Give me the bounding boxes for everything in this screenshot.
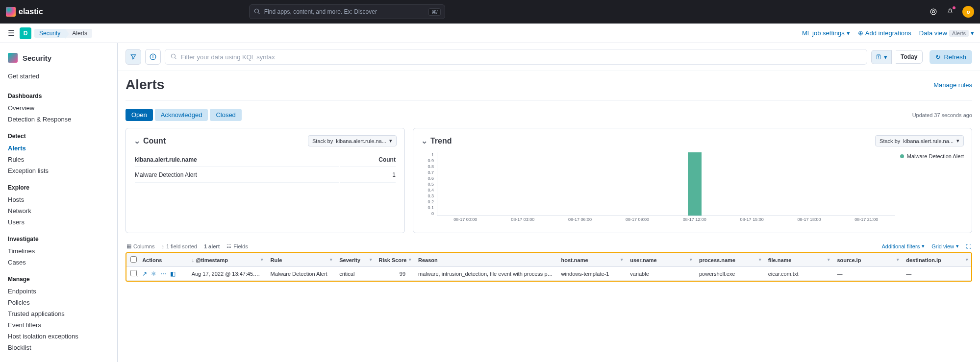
plus-icon: ⊕	[858, 29, 863, 37]
x-tick: 08-17 00:00	[453, 217, 477, 226]
additional-filters-button[interactable]: Additional filters ▾	[882, 243, 925, 249]
col-reason[interactable]: Reason	[414, 253, 557, 267]
col-file-name[interactable]: file.name▾	[764, 253, 833, 267]
sidebar-item-rules[interactable]: Rules	[0, 154, 117, 165]
col-rule[interactable]: Rule▾	[266, 253, 335, 267]
col-rule-name[interactable]: kibana.alert.rule.name	[135, 153, 339, 167]
col-host-name[interactable]: host.name▾	[557, 253, 627, 267]
chevron-down-icon: ▾	[956, 243, 959, 249]
sidebar-item-network[interactable]: Network	[0, 205, 117, 217]
col-user-name[interactable]: user.name▾	[626, 253, 695, 267]
col-destination-ip[interactable]: destination.ip▾	[902, 253, 971, 267]
brand-logo[interactable]: elastic	[6, 7, 43, 17]
global-search-input[interactable]: Find apps, content, and more. Ex: Discov…	[249, 4, 445, 19]
sidebar-item-host-isolation-exceptions[interactable]: Host isolation exceptions	[0, 331, 117, 342]
x-tick: 08-17 03:00	[511, 217, 534, 226]
alerts-grid: Actions ↓ @timestamp▾ Rule▾ Severity▾ Ri…	[126, 252, 972, 282]
filter-bar: Filter your data using KQL syntax 🗓 ▾ To…	[118, 43, 980, 71]
tab-acknowledged[interactable]: Acknowledged	[155, 109, 208, 121]
row-checkbox[interactable]	[126, 267, 138, 281]
table-row[interactable]: ↗ ⚛ ⋯ ◧ Aug 17, 2022 @ 13:47:45.442 Malw…	[126, 267, 971, 281]
tab-open[interactable]: Open	[126, 109, 153, 121]
sidebar-item-users[interactable]: Users	[0, 217, 117, 228]
sidebar-item-cases[interactable]: Cases	[0, 257, 117, 268]
expand-icon[interactable]: ↗	[142, 270, 147, 277]
col-source-ip[interactable]: source.ip▾	[833, 253, 902, 267]
fields-button[interactable]: ☷ Fields	[226, 243, 248, 249]
y-tick: 0.9	[421, 158, 434, 163]
sidebar-item-get-started[interactable]: Get started	[0, 71, 117, 82]
newsfeed-icon[interactable]	[946, 7, 955, 16]
more-actions-icon[interactable]: ⋯	[160, 270, 166, 277]
add-integrations-link[interactable]: ⊕ Add integrations	[858, 29, 911, 37]
sidebar-item-event-filters[interactable]: Event filters	[0, 319, 117, 331]
fullscreen-button[interactable]: ⛶	[966, 243, 971, 249]
sidebar-item-trusted-applications[interactable]: Trusted applications	[0, 308, 117, 319]
grid-view-button[interactable]: Grid view ▾	[931, 243, 959, 249]
calendar-icon: 🗓	[876, 53, 882, 61]
breadcrumb-alerts[interactable]: Alerts	[65, 29, 92, 38]
ml-job-settings-link[interactable]: ML job settings ▾	[802, 29, 850, 37]
alert-count-label: 1 alert	[204, 243, 220, 249]
status-tabs: Open Acknowledged Closed Updated 37 seco…	[126, 109, 972, 121]
chart-bar[interactable]	[688, 152, 702, 216]
col-process-name[interactable]: process.name▾	[695, 253, 764, 267]
columns-button[interactable]: ▦ Columns	[126, 243, 154, 249]
chevron-down-icon[interactable]: ⌄	[421, 136, 427, 145]
svg-point-7	[171, 54, 175, 58]
trend-stack-by-select[interactable]: Stack by kibana.alert.rule.na... ▾	[875, 135, 964, 146]
sidebar-heading: Manage	[0, 273, 117, 286]
manage-rules-link[interactable]: Manage rules	[933, 81, 972, 89]
fullscreen-icon: ⛶	[966, 243, 971, 249]
legend-item[interactable]: Malware Detection Alert	[900, 153, 964, 159]
space-selector[interactable]: D	[20, 27, 31, 39]
y-tick: 0.7	[421, 170, 434, 175]
nav-toggle-icon[interactable]: ☰	[6, 26, 17, 40]
search-shortcut: ⌘/	[428, 8, 441, 16]
tab-closed[interactable]: Closed	[210, 109, 241, 121]
info-button[interactable]	[145, 49, 161, 65]
count-row[interactable]: Malware Detection Alert 1	[135, 168, 396, 183]
search-icon	[253, 8, 260, 16]
sidebar-item-detection-response[interactable]: Detection & Response	[0, 114, 117, 125]
legend-color-icon	[900, 154, 904, 158]
data-view-badge: Alerts	[949, 30, 969, 37]
sidebar-item-hosts[interactable]: Hosts	[0, 194, 117, 205]
sidebar-item-policies[interactable]: Policies	[0, 297, 117, 308]
data-view-link[interactable]: Data view Alerts ▾	[919, 29, 974, 37]
sidebar-item-overview[interactable]: Overview	[0, 102, 117, 114]
chevron-down-icon: ▾	[847, 29, 850, 37]
col-risk-score[interactable]: Risk Score▾	[375, 253, 414, 267]
count-panel: ⌄ Count Stack by kibana.alert.rule.na...…	[126, 128, 405, 233]
session-icon[interactable]: ◧	[170, 270, 176, 277]
svg-line-8	[175, 57, 176, 59]
sidebar-item-blocklist[interactable]: Blocklist	[0, 342, 117, 353]
chart-legend: Malware Detection Alert	[900, 152, 964, 226]
sidebar-item-exception-lists[interactable]: Exception lists	[0, 165, 117, 176]
page-title: Alerts	[126, 77, 164, 93]
chevron-down-icon[interactable]: ⌄	[134, 136, 140, 145]
sidebar-item-alerts[interactable]: Alerts	[0, 143, 117, 154]
grid-toolbar: ▦ Columns ↕ 1 field sorted 1 alert ☷ Fie…	[126, 241, 972, 252]
sort-button[interactable]: ↕ 1 field sorted	[161, 243, 197, 249]
refresh-button[interactable]: ↻ Refresh	[930, 50, 972, 64]
kql-filter-input[interactable]: Filter your data using KQL syntax	[165, 49, 867, 65]
y-tick: 0.1	[421, 205, 434, 210]
count-stack-by-select[interactable]: Stack by kibana.alert.rule.na... ▾	[308, 135, 397, 146]
col-count[interactable]: Count	[340, 153, 396, 167]
analyze-icon[interactable]: ⚛	[151, 270, 156, 277]
date-picker-button[interactable]: 🗓 ▾	[871, 50, 892, 64]
user-avatar[interactable]: o	[962, 6, 974, 18]
trend-panel-title: Trend	[430, 137, 452, 145]
sidebar-item-timelines[interactable]: Timelines	[0, 245, 117, 257]
filter-menu-button[interactable]	[126, 49, 141, 65]
select-all-checkbox[interactable]	[126, 253, 138, 267]
count-panel-title: Count	[143, 137, 166, 145]
col-severity[interactable]: Severity▾	[335, 253, 375, 267]
col-timestamp[interactable]: ↓ @timestamp▾	[188, 253, 267, 267]
breadcrumb-security[interactable]: Security	[34, 29, 65, 38]
sidebar-item-endpoints[interactable]: Endpoints	[0, 286, 117, 297]
cell-rule: Malware Detection Alert	[266, 267, 335, 281]
col-actions[interactable]: Actions	[138, 253, 188, 267]
help-icon[interactable]	[929, 7, 938, 16]
